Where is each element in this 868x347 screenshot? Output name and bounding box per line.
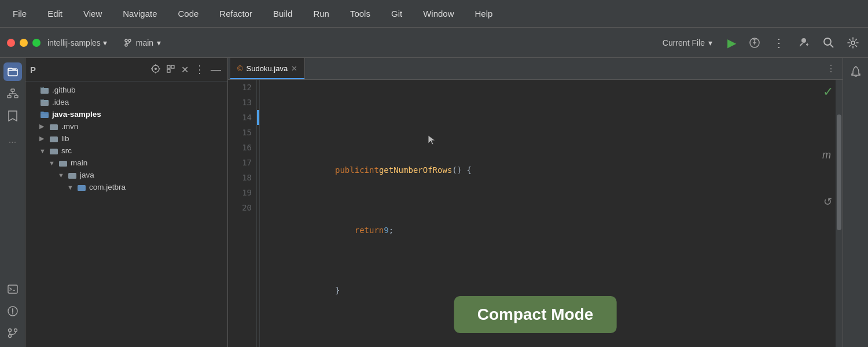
menu-window[interactable]: Window	[420, 6, 457, 21]
menu-view[interactable]: View	[80, 6, 105, 21]
run-button[interactable]: ▶	[725, 34, 738, 52]
sidebar-icon-bookmarks[interactable]	[3, 106, 22, 125]
svg-point-27	[12, 313, 13, 315]
tree-item-main[interactable]: ▼ main	[25, 157, 227, 169]
maximize-button[interactable]	[32, 39, 41, 47]
tab-close-button[interactable]: ✕	[291, 64, 297, 73]
menu-build[interactable]: Build	[270, 6, 296, 21]
folder-blue-icon	[77, 183, 86, 191]
tree-item-label: java	[80, 171, 94, 179]
main-layout: ··· P	[0, 58, 868, 347]
git-icon	[7, 327, 19, 339]
svg-rect-46	[78, 185, 86, 191]
menu-git[interactable]: Git	[388, 6, 406, 21]
title-bar: intellij-samples ▾ main ▾ Current File ▾…	[0, 28, 868, 58]
svg-rect-17	[8, 95, 11, 98]
svg-point-28	[8, 329, 11, 332]
collapse-all-button[interactable]	[164, 62, 177, 77]
menu-navigate[interactable]: Navigate	[119, 6, 160, 21]
sidebar-icon-git[interactable]	[3, 324, 22, 342]
svg-rect-15	[8, 69, 17, 76]
right-sidebar	[843, 58, 868, 347]
branch-selector[interactable]: main ▾	[123, 38, 161, 47]
tree-item-label: .idea	[52, 98, 69, 106]
file-panel-header: P	[25, 58, 227, 82]
tree-item-java[interactable]: ▼ java	[25, 169, 227, 181]
tree-arrow: ▼	[49, 160, 56, 167]
locate-in-tree-button[interactable]	[149, 62, 162, 77]
tree-item-label: main	[71, 158, 87, 167]
folder-icon	[58, 159, 68, 167]
svg-point-2	[128, 39, 131, 42]
sidebar-icon-project[interactable]	[3, 62, 22, 81]
tree-item-label: .github	[52, 86, 76, 94]
panel-more-button[interactable]: ⋮	[193, 61, 207, 77]
run-config-chevron-icon: ▾	[708, 38, 712, 47]
menu-file[interactable]: File	[9, 6, 30, 21]
alert-icon	[7, 305, 19, 317]
search-icon	[823, 37, 834, 49]
sidebar-icon-problems[interactable]	[3, 302, 22, 320]
menu-refactor[interactable]: Refactor	[216, 6, 256, 21]
menu-code[interactable]: Code	[174, 6, 202, 21]
tree-item-lib[interactable]: ▶ lib	[25, 132, 227, 145]
menu-tools[interactable]: Tools	[347, 6, 374, 21]
svg-rect-40	[41, 112, 49, 118]
search-icon-btn[interactable]	[821, 35, 837, 51]
svg-rect-43	[50, 149, 58, 154]
code-line-13: public int getNumberOfRows() {	[267, 155, 829, 185]
tree-item-idea[interactable]: .idea	[25, 96, 227, 108]
code-line-16	[267, 335, 829, 347]
add-profile-icon	[797, 36, 810, 49]
sidebar-icon-terminal[interactable]	[3, 280, 22, 298]
debug-button[interactable]	[746, 35, 763, 51]
scrollbar-thumb[interactable]	[837, 115, 841, 230]
sidebar-icon-structure[interactable]	[3, 84, 22, 103]
bell-icon	[851, 66, 861, 77]
close-panel-button[interactable]: ✕	[179, 62, 190, 77]
code-line-12	[267, 110, 829, 125]
terminal-icon	[7, 283, 19, 295]
svg-rect-18	[14, 95, 18, 98]
tree-arrow: ▶	[39, 123, 46, 130]
menu-help[interactable]: Help	[472, 6, 496, 21]
file-tree: .github .idea java-samples ▶ .mvn ▶ lib	[25, 82, 227, 347]
close-button[interactable]	[7, 39, 15, 47]
menu-edit[interactable]: Edit	[44, 6, 66, 21]
tree-item-mvn[interactable]: ▶ .mvn	[25, 120, 227, 132]
svg-rect-23	[8, 285, 17, 293]
right-sidebar-notifications[interactable]	[847, 62, 865, 81]
target-icon	[151, 64, 160, 73]
file-panel: P	[25, 58, 228, 347]
tree-item-label: lib	[61, 134, 69, 143]
menu-bar: File Edit View Navigate Code Refactor Bu…	[0, 0, 868, 28]
tree-item-com-jetbra[interactable]: ▼ com.jetbra	[25, 181, 227, 193]
run-config-selector[interactable]: Current File ▾	[663, 38, 712, 47]
add-profile-icon[interactable]	[795, 34, 812, 51]
sidebar-icon-more[interactable]: ···	[3, 133, 22, 152]
tree-item-src[interactable]: ▼ src	[25, 145, 227, 157]
collapse-icon	[166, 64, 175, 73]
svg-point-7	[754, 39, 756, 40]
tree-item-github[interactable]: .github	[25, 84, 227, 96]
tree-item-label: .mvn	[61, 122, 78, 131]
svg-line-13	[830, 45, 833, 47]
folder-blue-icon	[40, 110, 49, 119]
panel-collapse-button[interactable]: —	[209, 62, 223, 77]
tree-item-java-samples[interactable]: java-samples	[25, 108, 227, 120]
bookmarks-m-icon: m	[822, 149, 831, 161]
menu-run[interactable]: Run	[310, 6, 333, 21]
more-button[interactable]: ⋮	[771, 34, 787, 52]
project-name[interactable]: intellij-samples ▾	[47, 38, 107, 47]
svg-point-0	[125, 39, 127, 42]
minimize-button[interactable]	[20, 39, 28, 47]
editor-scrollbar[interactable]	[836, 80, 843, 347]
tab-more-button[interactable]: ⋮	[822, 63, 840, 74]
svg-point-12	[824, 38, 831, 45]
settings-icon	[847, 37, 859, 49]
tab-java-icon: ©	[237, 64, 243, 73]
svg-point-1	[125, 44, 127, 46]
svg-rect-16	[11, 89, 14, 91]
editor-tab-sudoku[interactable]: © Sudoku.java ✕	[230, 58, 305, 79]
settings-icon-btn[interactable]	[845, 35, 861, 51]
